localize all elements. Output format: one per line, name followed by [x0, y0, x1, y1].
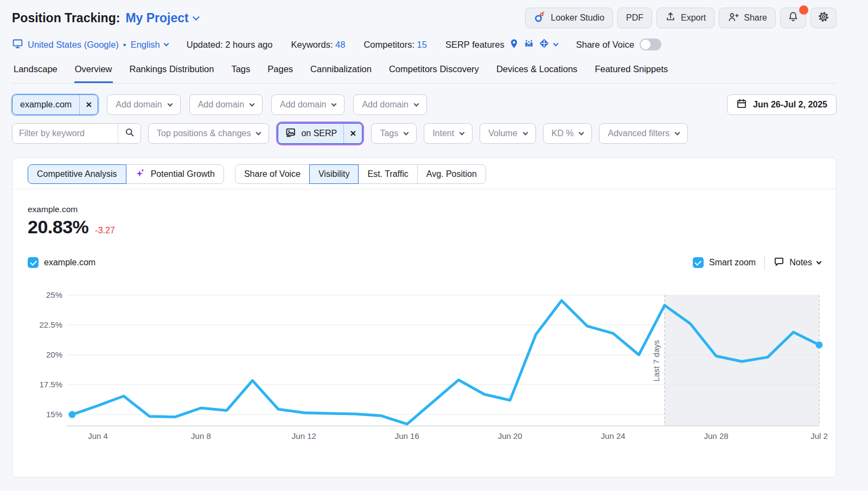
tab-avg-position[interactable]: Avg. Position — [417, 164, 486, 184]
serp-feature-filter-highlight: on SERP × — [276, 122, 364, 145]
svg-text:Jun 12: Jun 12 — [292, 431, 316, 441]
competitors-count-link[interactable]: 15 — [417, 40, 427, 49]
add-domain-dropdown-4[interactable]: Add domain — [353, 94, 426, 115]
search-button[interactable] — [118, 124, 141, 143]
svg-text:Jun 16: Jun 16 — [395, 431, 419, 441]
visibility-value: 20.83% — [28, 216, 88, 238]
advanced-filters-dropdown[interactable]: Advanced filters — [599, 123, 688, 144]
analysis-mode-group: Competitive Analysis Potential Growth — [28, 164, 224, 184]
tab-overview[interactable]: Overview — [74, 62, 113, 83]
svg-text:Jul 2: Jul 2 — [810, 431, 828, 441]
overview-card: Competitive Analysis Potential Growth Sh… — [12, 157, 837, 477]
location-label: United States (Google) — [28, 40, 119, 50]
add-domain-dropdown-3[interactable]: Add domain — [271, 94, 344, 115]
visibility-line-chart[interactable]: 25%22.5%20%17.5%15%Last 7 daysJun 4Jun 8… — [12, 283, 836, 446]
top-positions-dropdown[interactable]: Top positions & changes — [148, 123, 269, 144]
chevron-down-icon — [459, 130, 465, 135]
reviews-icon — [539, 38, 550, 51]
chevron-down-icon — [816, 259, 822, 264]
notification-dot — [799, 5, 808, 15]
pdf-button[interactable]: PDF — [617, 8, 652, 28]
chevron-down-icon — [413, 101, 419, 106]
keywords-count-link[interactable]: 48 — [335, 40, 345, 49]
share-of-voice-toggle[interactable] — [640, 39, 661, 50]
tab-cannibalization[interactable]: Cannibalization — [310, 62, 372, 83]
metric-tabs-group: Share of Voice Visibility Est. Traffic A… — [235, 164, 486, 184]
export-button[interactable]: Export — [656, 8, 714, 28]
tags-dropdown[interactable]: Tags — [371, 123, 417, 144]
export-icon — [665, 11, 676, 24]
project-meta-row: United States (Google) • English Updated… — [12, 37, 837, 52]
svg-text:25%: 25% — [46, 290, 62, 299]
tab-devices-locations[interactable]: Devices & Locations — [496, 62, 578, 83]
analysis-mode-row: Competitive Analysis Potential Growth Sh… — [12, 158, 836, 184]
tab-featured-snippets[interactable]: Featured Snippets — [594, 62, 668, 83]
volume-dropdown[interactable]: Volume — [480, 123, 535, 144]
smart-zoom-checkbox[interactable] — [693, 257, 704, 268]
location-language-selector[interactable]: United States (Google) • English — [12, 38, 168, 52]
tab-rankings-distribution[interactable]: Rankings Distribution — [129, 62, 215, 83]
keywords-stat: Keywords: 48 — [291, 40, 345, 50]
svg-text:Jun 24: Jun 24 — [601, 431, 626, 441]
calendar-icon — [736, 98, 747, 111]
settings-button[interactable] — [810, 8, 837, 28]
chevron-down-icon — [250, 101, 255, 106]
main-tabs: Landscape Overview Rankings Distribution… — [12, 62, 837, 84]
serp-features-selector[interactable]: SERP features — [445, 38, 558, 51]
keyword-filter-row: Top positions & changes on SERP — [12, 122, 837, 145]
keyword-filter-input[interactable] — [12, 124, 118, 143]
looker-studio-button[interactable]: Looker Studio — [525, 8, 613, 28]
intent-dropdown[interactable]: Intent — [424, 123, 473, 144]
visibility-change: -3.27 — [95, 226, 114, 235]
search-icon — [124, 127, 135, 140]
chevron-down-icon — [167, 101, 173, 106]
add-domain-dropdown-2[interactable]: Add domain — [189, 94, 263, 115]
tab-est-traffic[interactable]: Est. Traffic — [358, 164, 417, 184]
potential-growth-button[interactable]: Potential Growth — [126, 164, 224, 184]
share-icon — [727, 11, 739, 25]
image-icon — [285, 127, 296, 141]
svg-text:22.5%: 22.5% — [39, 320, 62, 329]
project-selector[interactable]: My Project — [125, 11, 198, 25]
tab-share-of-voice[interactable]: Share of Voice — [235, 164, 310, 184]
map-pin-icon — [509, 39, 519, 51]
sitelinks-icon — [524, 38, 534, 51]
add-domain-dropdown-1[interactable]: Add domain — [107, 94, 180, 115]
legend-example-com[interactable]: example.com — [28, 257, 95, 268]
chart-controls-row: example.com Smart zoom Notes — [12, 255, 836, 270]
svg-text:Jun 28: Jun 28 — [704, 431, 729, 441]
chevron-down-icon — [331, 101, 337, 106]
chevron-down-icon — [404, 130, 409, 135]
domain-chip[interactable]: example.com × — [12, 94, 98, 115]
sparkle-icon — [135, 168, 146, 181]
language-label: English — [131, 40, 160, 50]
close-icon[interactable]: × — [344, 127, 362, 139]
tab-landscape[interactable]: Landscape — [13, 62, 58, 83]
svg-text:Jun 8: Jun 8 — [191, 431, 211, 441]
domain-filter-row: example.com × Add domain Add domain Add … — [12, 94, 837, 115]
tab-pages[interactable]: Pages — [267, 62, 293, 83]
competitors-stat: Competitors: 15 — [363, 40, 426, 50]
tab-tags[interactable]: Tags — [231, 62, 251, 83]
bell-icon — [787, 11, 799, 25]
smart-zoom-control[interactable]: Smart zoom — [693, 257, 756, 268]
domain-checkbox[interactable] — [28, 257, 39, 268]
visibility-chart: 25%22.5%20%17.5%15%Last 7 daysJun 4Jun 8… — [12, 283, 836, 448]
notifications-button[interactable] — [780, 8, 806, 28]
notes-dropdown[interactable]: Notes — [774, 256, 821, 269]
project-name: My Project — [125, 11, 188, 25]
close-icon[interactable]: × — [80, 99, 98, 111]
share-button[interactable]: Share — [719, 8, 776, 28]
on-serp-filter-chip[interactable]: on SERP × — [278, 123, 362, 144]
chevron-down-icon — [256, 130, 261, 135]
top-bar: Position Tracking: My Project Looker Stu… — [12, 5, 837, 30]
svg-text:Jun 4: Jun 4 — [88, 431, 108, 441]
tab-competitors-discovery[interactable]: Competitors Discovery — [388, 62, 480, 83]
date-range-picker[interactable]: Jun 26-Jul 2, 2025 — [727, 94, 837, 115]
kd-dropdown[interactable]: KD % — [543, 123, 592, 144]
tab-visibility[interactable]: Visibility — [309, 164, 359, 184]
looker-icon — [534, 11, 546, 25]
bullet: • — [123, 40, 126, 50]
chevron-down-icon — [553, 41, 558, 46]
competitive-analysis-button[interactable]: Competitive Analysis — [28, 164, 126, 184]
